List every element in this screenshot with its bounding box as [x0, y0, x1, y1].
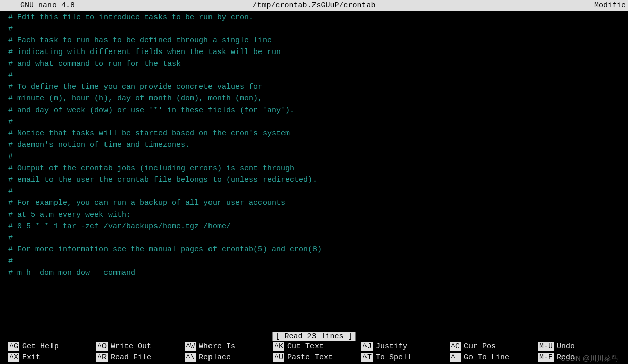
editor-line: # email to the user the crontab file bel… — [8, 174, 628, 186]
menu-item[interactable]: ^UPaste Text — [273, 353, 361, 362]
editor-line: # at 5 a.m every week with: — [8, 209, 628, 221]
menu-label: Justify — [376, 342, 407, 351]
menu-label: Undo — [557, 342, 575, 351]
menu-key: ^G — [8, 342, 19, 351]
shortcut-menu: ^GGet Help^OWrite Out^WWhere Is^KCut Tex… — [0, 341, 628, 364]
editor-line: # — [8, 23, 628, 35]
editor-line: # 0 5 * * 1 tar -zcf /var/backups/home.t… — [8, 221, 628, 232]
editor-line: # — [8, 151, 628, 163]
menu-item[interactable]: ^RRead File — [96, 353, 185, 362]
menu-item[interactable]: ^_Go To Line — [450, 353, 538, 362]
watermark: CSDN @川川菜鸟 — [560, 354, 618, 363]
editor-line: # — [8, 186, 628, 197]
editor-content[interactable]: # Edit this file to introduce tasks to b… — [0, 11, 628, 279]
menu-key: ^K — [273, 342, 284, 351]
menu-item[interactable]: ^JJustify — [361, 342, 450, 351]
menu-row-1: ^GGet Help^OWrite Out^WWhere Is^KCut Tex… — [8, 341, 620, 352]
menu-label: Replace — [199, 353, 231, 362]
menu-key: ^C — [450, 342, 461, 351]
editor-line: # — [8, 70, 628, 81]
menu-item[interactable]: ^CCur Pos — [450, 342, 538, 351]
menu-key: M-E — [538, 353, 554, 362]
menu-label: Go To Line — [464, 353, 509, 362]
menu-item[interactable]: ^TTo Spell — [361, 353, 450, 362]
editor-line: # — [8, 255, 628, 267]
menu-label: Paste Text — [287, 353, 333, 362]
menu-item[interactable]: ^OWrite Out — [96, 342, 185, 351]
menu-item[interactable]: ^KCut Text — [273, 342, 361, 351]
menu-item[interactable]: M-UUndo — [538, 342, 626, 351]
menu-key: ^J — [361, 342, 373, 351]
menu-key: ^W — [185, 342, 196, 351]
menu-key: ^\ — [185, 353, 196, 362]
editor-line: # For more information see the manual pa… — [8, 244, 628, 255]
menu-key: M-U — [538, 342, 554, 351]
menu-key: ^O — [96, 342, 108, 351]
menu-key: ^R — [96, 353, 108, 362]
editor-line: # indicating with different fields when … — [8, 46, 628, 58]
editor-line: # Output of the crontab jobs (including … — [8, 163, 628, 174]
menu-label: To Spell — [376, 353, 412, 362]
editor-line: # daemon's notion of time and timezones. — [8, 139, 628, 151]
title-bar: GNU nano 4.8 /tmp/crontab.ZsGUuP/crontab… — [0, 0, 628, 11]
menu-label: Exit — [22, 353, 40, 362]
menu-label: Read File — [111, 353, 151, 362]
menu-label: Where Is — [199, 342, 235, 351]
menu-item[interactable]: ^GGet Help — [8, 342, 96, 351]
status-message: [ Read 23 lines ] — [272, 332, 355, 341]
menu-item[interactable]: ^\Replace — [185, 353, 273, 362]
editor-line: # and what command to run for the task — [8, 58, 628, 70]
editor-line: # m h dom mon dow command — [8, 267, 628, 279]
editor-line: # Each task to run has to be defined thr… — [8, 35, 628, 46]
menu-label: Get Help — [22, 342, 59, 351]
menu-label: Cur Pos — [464, 342, 496, 351]
editor-line: # Notice that tasks will be started base… — [8, 128, 628, 139]
menu-key: ^T — [361, 353, 373, 362]
app-name: GNU nano 4.8 — [20, 1, 75, 10]
menu-row-2: ^XExit^RRead File^\Replace^UPaste Text^T… — [8, 352, 620, 363]
editor-line: # — [8, 116, 628, 128]
menu-label: Cut Text — [287, 342, 324, 351]
editor-line: # For example, you can run a backup of a… — [8, 197, 628, 209]
modified-status: Modifie — [594, 1, 626, 10]
editor-line: # and day of week (dow) or use '*' in th… — [8, 105, 628, 116]
editor-line: # minute (m), hour (h), day of month (do… — [8, 93, 628, 105]
editor-line: # Edit this file to introduce tasks to b… — [8, 12, 628, 23]
menu-key: ^_ — [450, 353, 461, 362]
menu-key: ^X — [8, 353, 19, 362]
editor-line: # — [8, 232, 628, 244]
menu-label: Write Out — [111, 342, 151, 351]
menu-item[interactable]: ^XExit — [8, 353, 96, 362]
menu-item[interactable]: ^WWhere Is — [185, 342, 273, 351]
menu-key: ^U — [273, 353, 284, 362]
file-path: /tmp/crontab.ZsGUuP/crontab — [252, 1, 375, 10]
editor-line: # To define the time you can provide con… — [8, 81, 628, 93]
